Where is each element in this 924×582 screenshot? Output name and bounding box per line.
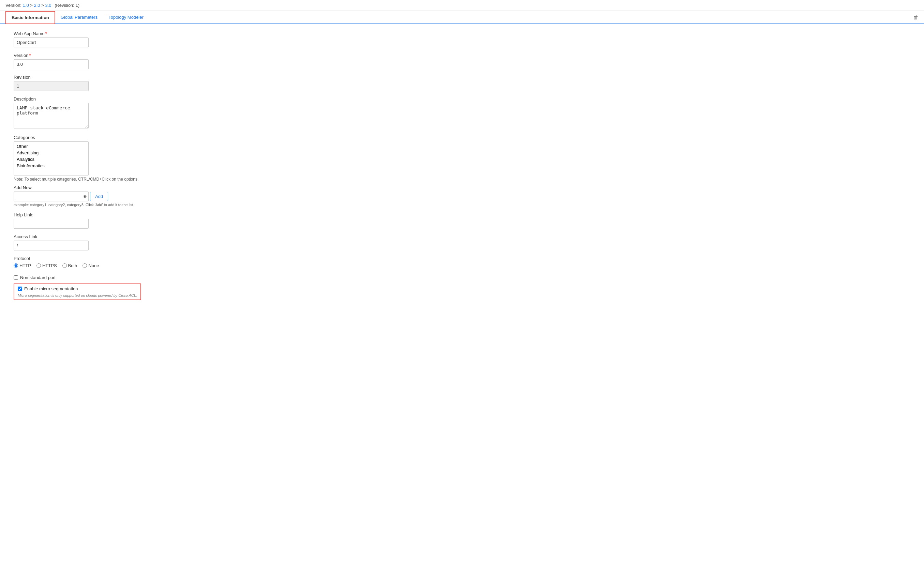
categories-note: Note: To select multiple categories, CTR…	[14, 177, 191, 182]
protocol-https-radio[interactable]	[36, 263, 41, 268]
access-link-label: Access Link	[14, 234, 191, 239]
protocol-both-label: Both	[68, 263, 78, 268]
web-app-name-label: Web App Name*	[14, 31, 191, 36]
revision-text: (Revision: 1)	[54, 3, 79, 8]
protocol-http-label: HTTP	[20, 263, 31, 268]
revision-label: Revision	[14, 75, 191, 80]
category-option-bioinformatics[interactable]: Bioinformatics	[15, 163, 87, 169]
protocol-both-option[interactable]: Both	[63, 263, 78, 268]
add-category-button[interactable]: Add	[90, 192, 108, 201]
non-standard-port-checkbox[interactable]	[14, 275, 18, 280]
protocol-http-radio[interactable]	[14, 263, 18, 268]
category-option-analytics[interactable]: Analytics	[15, 156, 87, 163]
tab-topology-modeler[interactable]: Topology Modeler	[103, 11, 149, 23]
protocol-http-option[interactable]: HTTP	[14, 263, 31, 268]
categories-listbox[interactable]: Other Advertising Analytics Bioinformati…	[14, 141, 89, 176]
description-group: Description	[14, 97, 191, 130]
basic-information-form: Web App Name* Version* Revision Descript…	[0, 24, 205, 312]
micro-seg-checkbox-row: Enable micro segmentation	[18, 286, 137, 291]
version-3-link[interactable]: 3.0	[45, 3, 51, 8]
version-label: Version:	[5, 3, 21, 8]
non-standard-port-group: Non standard port	[14, 275, 191, 280]
version-2-link[interactable]: 2.0	[34, 3, 40, 8]
protocol-https-option[interactable]: HTTPS	[36, 263, 57, 268]
help-link-label: Help Link:	[14, 212, 191, 217]
add-new-example: example: category1, category2, category3…	[14, 203, 191, 207]
tab-basic-information[interactable]: Basic Information	[5, 11, 55, 24]
revision-group: Revision	[14, 75, 191, 91]
help-link-input[interactable]	[14, 219, 89, 229]
protocol-none-radio[interactable]	[82, 263, 87, 268]
version-bar: Version: 1.0 > 2.0 > 3.0 (Revision: 1)	[0, 0, 924, 11]
version-1-link[interactable]: 1.0	[23, 3, 29, 8]
protocol-options: HTTP HTTPS Both None	[14, 263, 191, 270]
add-new-label: Add New	[14, 185, 191, 190]
access-link-input[interactable]	[14, 240, 89, 250]
required-star: *	[45, 31, 47, 36]
eye-icon: 👁	[83, 194, 87, 199]
protocol-https-label: HTTPS	[42, 263, 57, 268]
category-option-advertising[interactable]: Advertising	[15, 150, 87, 156]
categories-group: Categories Other Advertising Analytics B…	[14, 135, 191, 207]
micro-segmentation-label: Enable micro segmentation	[24, 286, 78, 291]
help-link-group: Help Link:	[14, 212, 191, 229]
micro-segmentation-note: Micro segmentation is only supported on …	[18, 293, 137, 298]
version-label-field: Version*	[14, 53, 191, 58]
category-option-other[interactable]: Other	[15, 143, 87, 150]
description-label: Description	[14, 97, 191, 102]
version-group: Version*	[14, 53, 191, 69]
protocol-label: Protocol	[14, 256, 191, 261]
add-new-input-wrapper: 👁	[14, 191, 89, 201]
web-app-name-input[interactable]	[14, 38, 89, 48]
description-textarea[interactable]	[14, 103, 89, 128]
micro-segmentation-group: Enable micro segmentation Micro segmenta…	[14, 282, 191, 300]
protocol-none-option[interactable]: None	[82, 263, 99, 268]
protocol-both-radio[interactable]	[63, 263, 67, 268]
eye-icon-button[interactable]: 👁	[83, 194, 87, 199]
protocol-group: Protocol HTTP HTTPS Both None	[14, 256, 191, 270]
trash-icon[interactable]: 🗑	[913, 14, 919, 20]
revision-input	[14, 81, 89, 91]
micro-segmentation-checkbox[interactable]	[18, 286, 22, 291]
web-app-name-group: Web App Name*	[14, 31, 191, 48]
version-input[interactable]	[14, 59, 89, 69]
tabs-bar: Basic Information Global Parameters Topo…	[0, 11, 924, 24]
micro-segmentation-box: Enable micro segmentation Micro segmenta…	[14, 283, 141, 300]
access-link-group: Access Link	[14, 234, 191, 250]
categories-label: Categories	[14, 135, 191, 140]
add-new-category-input[interactable]	[14, 191, 89, 201]
non-standard-port-label: Non standard port	[20, 275, 56, 280]
tab-global-parameters[interactable]: Global Parameters	[55, 11, 103, 23]
version-required-star: *	[29, 53, 31, 58]
add-new-row: 👁 Add	[14, 191, 191, 201]
protocol-none-label: None	[88, 263, 99, 268]
